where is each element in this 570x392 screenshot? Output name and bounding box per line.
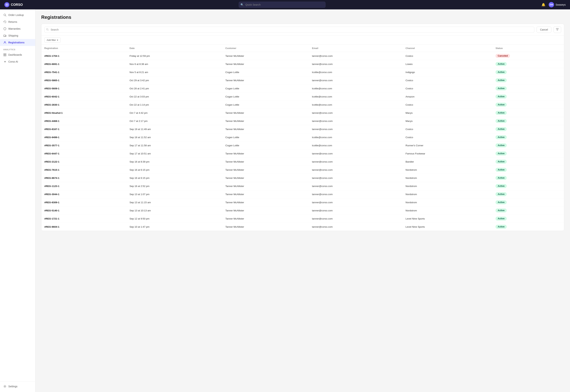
cell-registration: #REG-5140-1 xyxy=(42,207,126,215)
table-row[interactable]: #REG-5865-1 Oct 29 at 3:42 pm Tanner McA… xyxy=(42,76,564,84)
status-badge: Active xyxy=(496,70,507,74)
cell-status: Active xyxy=(493,150,564,158)
settings-icon xyxy=(3,385,7,388)
cell-customer: Cogan Lottle xyxy=(222,141,309,150)
cell-date: Oct 22 at 1:14 pm xyxy=(126,101,222,109)
notifications-icon[interactable]: 🔔 xyxy=(542,3,545,7)
cell-customer: Cogan Lottle xyxy=(222,133,309,141)
table-row[interactable]: #REG-5609-1 Oct 28 at 2:41 pm Cogan Lott… xyxy=(42,84,564,93)
table-row[interactable]: #REG-8674-1 Sep 16 at 6:15 pm Tanner McA… xyxy=(42,174,564,182)
global-search[interactable]: 🔍 xyxy=(239,2,325,8)
table-row[interactable]: #REG-fdsafsd-1 Oct 7 at 4:42 pm Tanner M… xyxy=(42,109,564,117)
cell-customer: Tanner McAllister xyxy=(222,190,309,198)
cell-customer: Tanner McAllister xyxy=(222,125,309,133)
cell-email: lcottle@corso.com xyxy=(309,141,403,150)
table-row[interactable]: #REG-8309-1 Sep 13 at 11:15 am Tanner Mc… xyxy=(42,198,564,207)
cell-customer: Tanner McAllister xyxy=(222,182,309,190)
cell-date: Sep 18 at 11:52 am xyxy=(126,133,222,141)
svg-point-5 xyxy=(4,36,4,37)
cell-date: Sep 13 at 11:15 am xyxy=(126,198,222,207)
cell-status: Active xyxy=(493,101,564,109)
cell-registration: #REG-6447-1 xyxy=(42,150,126,158)
cell-channel: Costco xyxy=(403,125,493,133)
cell-customer: Tanner McAllister xyxy=(222,158,309,166)
table-row[interactable]: #REG-6447-1 Sep 17 at 10:51 am Tanner Mc… xyxy=(42,150,564,158)
cell-status: Active xyxy=(493,125,564,133)
cancel-button[interactable]: Cancel xyxy=(537,27,551,33)
table-row[interactable]: #REG-6691-1 Nov 6 at 8:38 am Tanner McAl… xyxy=(42,60,564,68)
cell-registration: #REG-1721-1 xyxy=(42,215,126,223)
cell-customer: Cogan Lottle xyxy=(222,101,309,109)
cell-email: tanner@corso.com xyxy=(309,117,403,125)
sidebar-label-shipping: Shipping xyxy=(8,34,18,37)
global-search-input[interactable] xyxy=(239,2,325,8)
table-row[interactable]: #REG-2122-1 Sep 16 at 8:39 pm Tanner McA… xyxy=(42,158,564,166)
registrations-icon xyxy=(3,41,7,44)
table-row[interactable]: #REG-9499-1 Sep 18 at 11:52 am Cogan Lot… xyxy=(42,133,564,141)
cell-channel: Nordstrom xyxy=(403,182,493,190)
cell-status: Active xyxy=(493,166,564,174)
sidebar-item-order-lookup[interactable]: Order Lookup xyxy=(0,12,35,18)
cell-status: Active xyxy=(493,141,564,150)
status-badge: Canceled xyxy=(496,54,510,58)
table-row[interactable]: #REG-3577-1 Sep 17 at 11:58 am Cogan Lot… xyxy=(42,141,564,150)
table-row[interactable]: #REG-1704-1 Friday at 12:59 pm Tanner Mc… xyxy=(42,52,564,60)
table-row[interactable]: #REG-4468-1 Oct 7 at 2:17 pm Tanner McAl… xyxy=(42,117,564,125)
cell-registration: #REG-6691-1 xyxy=(42,60,126,68)
cell-channel: Costco xyxy=(403,84,493,93)
table-row[interactable]: #REG-1123-1 Sep 16 at 2:52 pm Tanner McA… xyxy=(42,182,564,190)
sidebar-item-corso-ai[interactable]: ✦ Corso AI xyxy=(0,58,35,65)
status-badge: Active xyxy=(496,160,507,164)
cell-email: tanner@corso.com xyxy=(309,223,403,231)
cell-customer: Tanner McAllister xyxy=(222,52,309,60)
status-badge: Active xyxy=(496,103,507,107)
table-row[interactable]: #REG-8604-1 Sep 10 at 1:47 pm Tanner McA… xyxy=(42,223,564,231)
sidebar-item-shipping[interactable]: Shipping xyxy=(0,32,35,39)
user-name: Swaseys xyxy=(556,3,566,6)
svg-point-1 xyxy=(6,4,7,5)
sidebar-item-returns[interactable]: Returns xyxy=(0,18,35,25)
cell-email: lcottle@corso.com xyxy=(309,133,403,141)
svg-rect-11 xyxy=(5,55,6,56)
table-row[interactable]: #REG-2830-1 Oct 22 at 1:14 pm Cogan Lott… xyxy=(42,101,564,109)
cell-email: tanner@corso.com xyxy=(309,190,403,198)
table-search-icon xyxy=(46,28,49,31)
table-search[interactable] xyxy=(44,27,534,33)
cell-status: Active xyxy=(493,117,564,125)
sidebar-item-warranties[interactable]: Warranties xyxy=(0,25,35,32)
cell-date: Oct 28 at 2:41 pm xyxy=(126,84,222,93)
sidebar-item-settings[interactable]: Settings xyxy=(0,383,35,390)
table-row[interactable]: #REG-3044-1 Sep 13 at 1:07 pm Tanner McA… xyxy=(42,190,564,198)
status-badge: Active xyxy=(496,78,507,82)
table-row[interactable]: #REG-8167-1 Sep 19 at 11:49 am Tanner Mc… xyxy=(42,125,564,133)
table-row[interactable]: #REG-1721-1 Sep 12 at 9:50 pm Tanner McA… xyxy=(42,215,564,223)
cell-status: Active xyxy=(493,223,564,231)
add-filter-button[interactable]: Add filter + xyxy=(44,37,61,43)
table-row[interactable]: #REG-7615-1 Sep 16 at 6:15 pm Tanner McA… xyxy=(42,166,564,174)
cell-channel: Level Nine Sports xyxy=(403,223,493,231)
table-row[interactable]: #REG-6042-1 Oct 22 at 3:03 pm Cogan Lott… xyxy=(42,93,564,101)
cell-email: tanner@corso.com xyxy=(309,215,403,223)
sort-button[interactable] xyxy=(554,26,561,33)
sidebar-item-dashboards[interactable]: Dashboards xyxy=(0,51,35,58)
cell-status: Active xyxy=(493,68,564,76)
table-row[interactable]: #REG-7541-1 Nov 5 at 8:21 am Cogan Lottl… xyxy=(42,68,564,76)
cell-status: Active xyxy=(493,207,564,215)
cell-customer: Tanner McAllister xyxy=(222,150,309,158)
add-filter-icon: + xyxy=(57,39,58,42)
sidebar-item-registrations[interactable]: Registrations xyxy=(0,39,35,46)
table-header-row: Registration Date Customer Email Channel… xyxy=(42,45,564,52)
cell-email: tanner@corso.com xyxy=(309,60,403,68)
cell-registration: #REG-4468-1 xyxy=(42,117,126,125)
cell-channel: Indigogo xyxy=(403,68,493,76)
user-menu[interactable]: SW Swaseys xyxy=(549,2,566,7)
sidebar-label-order-lookup: Order Lookup xyxy=(8,14,24,16)
cell-registration: #REG-5609-1 xyxy=(42,84,126,93)
cell-email: tanner@corso.com xyxy=(309,52,403,60)
cell-registration: #REG-8604-1 xyxy=(42,223,126,231)
status-badge: Active xyxy=(496,225,507,229)
sidebar: Order Lookup Returns Warranties Shipping xyxy=(0,9,35,392)
table-row[interactable]: #REG-5140-1 Sep 13 at 10:13 am Tanner Mc… xyxy=(42,207,564,215)
table-search-input[interactable] xyxy=(44,27,534,33)
cell-date: Sep 13 at 10:13 am xyxy=(126,207,222,215)
